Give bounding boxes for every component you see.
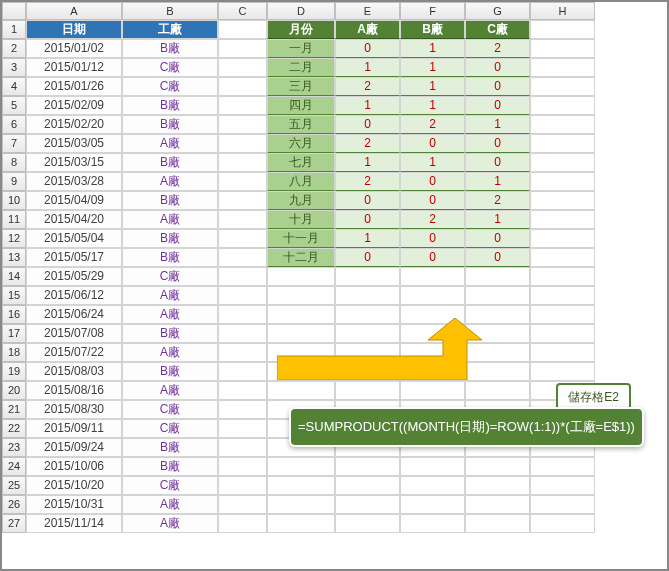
cell[interactable] xyxy=(218,229,267,248)
date-cell[interactable]: 2015/10/31 xyxy=(26,495,122,514)
cell[interactable] xyxy=(530,476,595,495)
value-A[interactable]: 1 xyxy=(335,58,400,77)
cell[interactable] xyxy=(530,20,595,39)
date-cell[interactable]: 2015/06/12 xyxy=(26,286,122,305)
date-cell[interactable]: 2015/07/08 xyxy=(26,324,122,343)
date-cell[interactable]: 2015/07/22 xyxy=(26,343,122,362)
row-header-2[interactable]: 2 xyxy=(2,39,26,58)
value-C[interactable]: 0 xyxy=(465,134,530,153)
value-A[interactable]: 1 xyxy=(335,153,400,172)
cell[interactable] xyxy=(218,153,267,172)
factory-cell[interactable]: C廠 xyxy=(122,476,218,495)
month-cell[interactable]: 二月 xyxy=(267,58,335,77)
date-cell[interactable]: 2015/10/20 xyxy=(26,476,122,495)
cell[interactable] xyxy=(400,305,465,324)
value-C[interactable]: 0 xyxy=(465,229,530,248)
value-B[interactable]: 2 xyxy=(400,115,465,134)
row-header-9[interactable]: 9 xyxy=(2,172,26,191)
row-header-14[interactable]: 14 xyxy=(2,267,26,286)
cell[interactable] xyxy=(465,381,530,400)
cell[interactable] xyxy=(400,457,465,476)
row-header-5[interactable]: 5 xyxy=(2,96,26,115)
date-cell[interactable]: 2015/11/14 xyxy=(26,514,122,533)
cell[interactable] xyxy=(335,495,400,514)
cell[interactable] xyxy=(530,362,595,381)
col-header-F[interactable]: F xyxy=(400,2,465,20)
cell[interactable] xyxy=(530,229,595,248)
date-cell[interactable]: 2015/10/06 xyxy=(26,457,122,476)
cell[interactable] xyxy=(465,286,530,305)
row-header-19[interactable]: 19 xyxy=(2,362,26,381)
factory-cell[interactable]: A廠 xyxy=(122,305,218,324)
value-B[interactable]: 0 xyxy=(400,229,465,248)
cell[interactable] xyxy=(267,362,335,381)
value-A[interactable]: 2 xyxy=(335,77,400,96)
value-C[interactable]: 0 xyxy=(465,248,530,267)
row-header-17[interactable]: 17 xyxy=(2,324,26,343)
cell[interactable] xyxy=(530,39,595,58)
value-A[interactable]: 0 xyxy=(335,248,400,267)
value-C[interactable]: 1 xyxy=(465,210,530,229)
factory-cell[interactable]: B廠 xyxy=(122,115,218,134)
row-header-18[interactable]: 18 xyxy=(2,343,26,362)
date-cell[interactable]: 2015/06/24 xyxy=(26,305,122,324)
date-cell[interactable]: 2015/02/09 xyxy=(26,96,122,115)
date-cell[interactable]: 2015/05/29 xyxy=(26,267,122,286)
month-cell[interactable]: 十二月 xyxy=(267,248,335,267)
cell[interactable] xyxy=(267,381,335,400)
value-C[interactable]: 2 xyxy=(465,39,530,58)
cell[interactable] xyxy=(218,39,267,58)
row-header-1[interactable]: 1 xyxy=(2,20,26,39)
value-A[interactable]: 2 xyxy=(335,172,400,191)
month-cell[interactable]: 六月 xyxy=(267,134,335,153)
row-header-10[interactable]: 10 xyxy=(2,191,26,210)
row-header-27[interactable]: 27 xyxy=(2,514,26,533)
value-C[interactable]: 1 xyxy=(465,115,530,134)
date-cell[interactable]: 2015/02/20 xyxy=(26,115,122,134)
date-cell[interactable]: 2015/05/17 xyxy=(26,248,122,267)
value-C[interactable]: 0 xyxy=(465,58,530,77)
cell[interactable] xyxy=(400,362,465,381)
cell[interactable] xyxy=(267,324,335,343)
factory-cell[interactable]: C廠 xyxy=(122,419,218,438)
value-C[interactable]: 1 xyxy=(465,172,530,191)
date-cell[interactable]: 2015/04/09 xyxy=(26,191,122,210)
cell[interactable] xyxy=(400,324,465,343)
col-header-E[interactable]: E xyxy=(335,2,400,20)
value-B[interactable]: 0 xyxy=(400,172,465,191)
row-header-22[interactable]: 22 xyxy=(2,419,26,438)
cell[interactable] xyxy=(218,115,267,134)
cell[interactable] xyxy=(400,476,465,495)
value-C[interactable]: 2 xyxy=(465,191,530,210)
cell[interactable] xyxy=(465,476,530,495)
cell[interactable] xyxy=(335,362,400,381)
cell[interactable] xyxy=(218,457,267,476)
row-header-21[interactable]: 21 xyxy=(2,400,26,419)
cell[interactable] xyxy=(218,267,267,286)
cell[interactable] xyxy=(530,495,595,514)
cell[interactable] xyxy=(335,267,400,286)
value-B[interactable]: 0 xyxy=(400,191,465,210)
row-header-16[interactable]: 16 xyxy=(2,305,26,324)
row-header-11[interactable]: 11 xyxy=(2,210,26,229)
value-B[interactable]: 1 xyxy=(400,39,465,58)
row-header-25[interactable]: 25 xyxy=(2,476,26,495)
cell[interactable] xyxy=(218,248,267,267)
cell[interactable] xyxy=(530,343,595,362)
cell[interactable] xyxy=(530,514,595,533)
value-C[interactable]: 0 xyxy=(465,96,530,115)
cell[interactable] xyxy=(530,210,595,229)
factory-cell[interactable]: B廠 xyxy=(122,153,218,172)
factory-cell[interactable]: B廠 xyxy=(122,96,218,115)
month-cell[interactable]: 九月 xyxy=(267,191,335,210)
factory-cell[interactable]: A廠 xyxy=(122,495,218,514)
cell[interactable] xyxy=(530,58,595,77)
factory-cell[interactable]: B廠 xyxy=(122,39,218,58)
cell[interactable] xyxy=(530,172,595,191)
date-cell[interactable]: 2015/01/12 xyxy=(26,58,122,77)
value-B[interactable]: 1 xyxy=(400,58,465,77)
factory-cell[interactable]: A廠 xyxy=(122,172,218,191)
month-cell[interactable]: 七月 xyxy=(267,153,335,172)
factory-cell[interactable]: C廠 xyxy=(122,267,218,286)
cell[interactable] xyxy=(335,286,400,305)
